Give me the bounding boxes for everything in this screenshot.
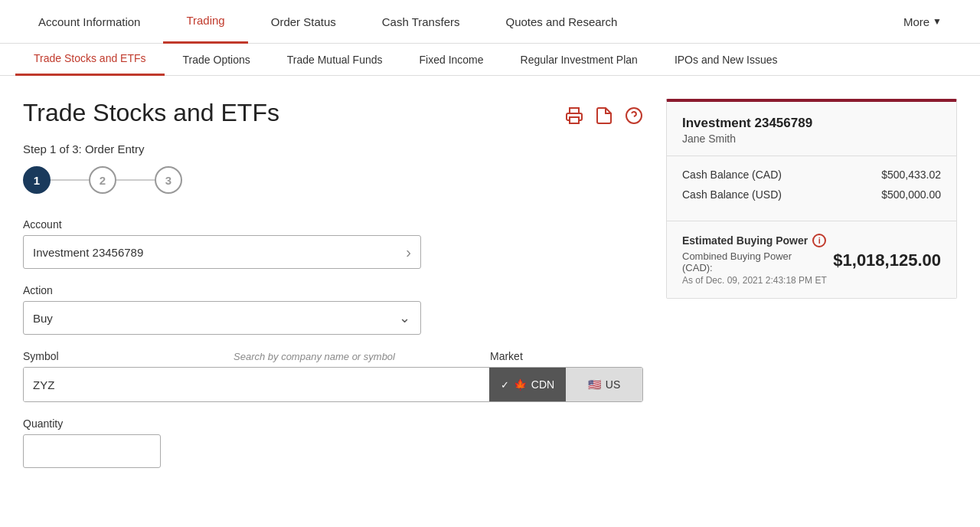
sub-nav: Trade Stocks and ETFs Trade Options Trad…	[0, 44, 980, 76]
symbol-field-wrapper	[24, 368, 489, 401]
action-label: Action	[23, 284, 643, 296]
top-nav: Account Information Trading Order Status…	[0, 0, 980, 44]
buying-power-label: Estimated Buying Power	[682, 234, 808, 247]
symbol-row: ✓ 🍁 CDN 🇺🇸 US	[23, 367, 643, 402]
sidebar-account-name: Investment 23456789	[682, 116, 941, 131]
buying-power-content: Combined Buying Power(CAD): $1,018,125.0…	[682, 250, 941, 286]
action-select-wrapper: Buy Sell Sell Short Buy to Cover ⌄	[23, 301, 421, 335]
symbol-label: Symbol	[23, 350, 234, 362]
sidebar-card: Investment 23456789 Jane Smith Cash Bala…	[666, 99, 957, 299]
account-selector-value: Investment 23456789	[33, 246, 143, 259]
help-icon[interactable]	[625, 106, 643, 129]
nav-order-status[interactable]: Order Status	[248, 0, 359, 44]
main-content: Trade Stocks and ETFs Step 1 of 3: Order…	[0, 76, 980, 506]
checkmark-icon: ✓	[501, 379, 509, 391]
market-us-button[interactable]: 🇺🇸 US	[566, 368, 642, 401]
us-flag-icon: 🇺🇸	[588, 378, 601, 391]
market-cdn-button[interactable]: ✓ 🍁 CDN	[489, 368, 566, 401]
quantity-label: Quantity	[23, 417, 643, 430]
nav-account-information[interactable]: Account Information	[15, 0, 163, 44]
svg-rect-0	[570, 117, 579, 123]
subnav-trade-stocks-etfs[interactable]: Trade Stocks and ETFs	[15, 44, 165, 76]
chevron-down-icon: ▼	[933, 16, 942, 27]
step-1-circle: 1	[23, 166, 51, 194]
account-field-group: Account Investment 23456789 ›	[23, 218, 643, 269]
cash-balance-cad-row: Cash Balance (CAD) $500,433.02	[682, 169, 941, 181]
account-selector[interactable]: Investment 23456789 ›	[23, 235, 421, 269]
print-icon[interactable]	[565, 106, 583, 129]
buying-power-title: Estimated Buying Power i	[682, 234, 941, 247]
form-section: Trade Stocks and ETFs Step 1 of 3: Order…	[23, 99, 643, 483]
market-label: Market	[490, 350, 643, 362]
nav-quotes-research[interactable]: Quotes and Research	[482, 0, 640, 44]
header-icons	[565, 99, 643, 129]
sidebar-balances: Cash Balance (CAD) $500,433.02 Cash Bala…	[667, 156, 956, 221]
cash-balance-cad-label: Cash Balance (CAD)	[682, 169, 782, 181]
step-2-circle: 2	[89, 166, 116, 194]
document-icon[interactable]	[596, 106, 612, 129]
subnav-ipos-new-issues[interactable]: IPOs and New Issues	[656, 44, 796, 76]
nav-trading[interactable]: Trading	[163, 0, 247, 44]
cdn-label: CDN	[531, 378, 554, 391]
page-title: Trade Stocks and ETFs	[23, 99, 279, 127]
cdn-flag-icon: 🍁	[514, 378, 527, 391]
step-label: Step 1 of 3: Order Entry	[23, 142, 279, 155]
info-icon[interactable]: i	[812, 234, 826, 247]
quantity-input[interactable]	[23, 434, 161, 468]
us-label: US	[606, 378, 620, 391]
sidebar-owner-name: Jane Smith	[682, 133, 941, 145]
stepper: 1 2 3	[23, 166, 643, 194]
symbol-search-hint: Search by company name or symbol	[234, 351, 395, 362]
buying-power-row: Combined Buying Power(CAD): $1,018,125.0…	[682, 250, 941, 275]
subnav-trade-mutual-funds[interactable]: Trade Mutual Funds	[269, 44, 401, 76]
sidebar-buying-power: Estimated Buying Power i Combined Buying…	[667, 221, 956, 298]
step-line-1	[51, 179, 89, 181]
symbol-input[interactable]	[24, 368, 489, 401]
nav-cash-transfers[interactable]: Cash Transfers	[359, 0, 483, 44]
buying-power-date: As of Dec. 09, 2021 2:43:18 PM ET	[682, 275, 941, 286]
nav-more[interactable]: More ▼	[880, 0, 965, 44]
cash-balance-usd-label: Cash Balance (USD)	[682, 188, 782, 201]
action-select[interactable]: Buy Sell Sell Short Buy to Cover	[23, 301, 421, 335]
page-header-row: Trade Stocks and ETFs Step 1 of 3: Order…	[23, 99, 643, 166]
step-line-2	[116, 179, 155, 181]
chevron-right-icon: ›	[406, 244, 411, 261]
quantity-field-group: Quantity	[23, 417, 643, 468]
account-label: Account	[23, 218, 643, 231]
sidebar-header: Investment 23456789 Jane Smith	[667, 102, 956, 156]
subnav-trade-options[interactable]: Trade Options	[165, 44, 269, 76]
subnav-regular-investment-plan[interactable]: Regular Investment Plan	[502, 44, 656, 76]
cash-balance-usd-value: $500,000.00	[881, 188, 941, 201]
cash-balance-cad-value: $500,433.02	[881, 169, 941, 181]
cash-balance-usd-row: Cash Balance (USD) $500,000.00	[682, 188, 941, 201]
combined-buying-power-label: Combined Buying Power(CAD):	[682, 250, 792, 273]
symbol-market-label-row: Symbol Search by company name or symbol …	[23, 350, 643, 362]
action-field-group: Action Buy Sell Sell Short Buy to Cover …	[23, 284, 643, 335]
market-toggle: ✓ 🍁 CDN 🇺🇸 US	[489, 368, 642, 401]
combined-buying-power-value: $1,018,125.00	[833, 250, 941, 270]
symbol-market-field-group: Symbol Search by company name or symbol …	[23, 350, 643, 402]
step-3-circle: 3	[155, 166, 182, 194]
subnav-fixed-income[interactable]: Fixed Income	[401, 44, 502, 76]
page-title-section: Trade Stocks and ETFs Step 1 of 3: Order…	[23, 99, 279, 166]
